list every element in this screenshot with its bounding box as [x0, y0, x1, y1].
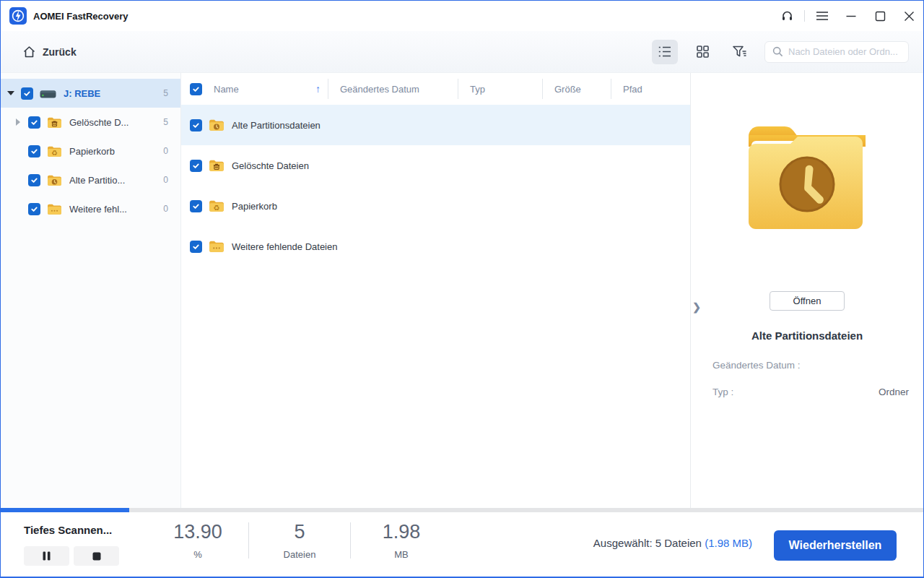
file-row-other-missing-files[interactable]: Weitere fehlende Dateien: [181, 226, 690, 267]
preview-panel: ❯ Öffnen Alte Partitionsda: [690, 73, 923, 508]
sidebar-item-label: Papierkorb: [69, 146, 115, 157]
list-view-button[interactable]: [652, 40, 678, 64]
sidebar-item-label: Alte Partitio...: [69, 175, 125, 186]
sidebar-item-old-partition-files[interactable]: Alte Partitio... 0: [1, 165, 180, 194]
toolbar: Zurück: [1, 31, 923, 73]
sort-ascending-icon[interactable]: ↑: [315, 83, 321, 95]
sidebar-item-count: 0: [163, 146, 168, 156]
folder-recycle-icon: ♻: [209, 199, 225, 212]
svg-text:♻: ♻: [51, 148, 57, 156]
app-title: AOMEI FastRecovery: [33, 11, 128, 22]
minimize-button[interactable]: [837, 1, 866, 31]
pause-scan-button[interactable]: [24, 546, 69, 566]
column-header-modified-date[interactable]: Geändertes Datum: [328, 79, 458, 99]
preview-field-modified-date: Geändertes Datum :: [712, 360, 909, 371]
file-row-name: Weitere fehlende Dateien: [232, 241, 337, 252]
deleted-files-checkbox[interactable]: [28, 116, 40, 129]
sidebar-item-count: 5: [163, 88, 168, 98]
selection-size: (1.98 MB): [705, 537, 752, 549]
other-missing-checkbox[interactable]: [28, 203, 40, 215]
search-input[interactable]: [788, 46, 915, 57]
select-all-checkbox[interactable]: [190, 83, 202, 95]
titlebar: AOMEI FastRecovery: [1, 1, 923, 31]
app-logo-icon: [9, 7, 27, 25]
sidebar-item-other-missing-files[interactable]: Weitere fehl... 0: [1, 194, 180, 223]
sidebar-item-count: 0: [163, 204, 168, 214]
sidebar-tree: J: REBE 5 Gelöschte D... 5: [1, 73, 181, 508]
titlebar-separator: [804, 10, 805, 22]
folder-clock-icon: [47, 174, 62, 186]
stat-percent: 13.90 %: [147, 521, 248, 560]
file-row-name: Gelöschte Dateien: [232, 160, 309, 171]
app-window: AOMEI FastRecovery: [0, 0, 924, 578]
support-headset-icon[interactable]: [772, 1, 801, 31]
search-box[interactable]: [764, 41, 909, 63]
row-checkbox[interactable]: [190, 241, 202, 253]
panel-collapse-chevron-icon[interactable]: ❯: [692, 301, 702, 313]
expander-expand-icon[interactable]: [14, 118, 22, 126]
menu-hamburger-icon[interactable]: [808, 1, 837, 31]
maximize-button[interactable]: [866, 1, 894, 31]
preview-field-type: Typ : Ordner: [712, 387, 909, 397]
column-header-size[interactable]: Größe: [542, 79, 611, 99]
scan-status-label: Tiefes Scannen...: [24, 524, 119, 536]
old-partition-checkbox[interactable]: [28, 174, 40, 186]
folder-clock-icon: [209, 118, 225, 131]
preview-title: Alte Partitionsdateien: [691, 329, 923, 342]
row-checkbox[interactable]: [190, 160, 202, 172]
sidebar-item-drive[interactable]: J: REBE 5: [1, 79, 180, 108]
status-bar: Tiefes Scannen... 13.90 % 5 Dateien: [1, 512, 923, 577]
file-row-recycle-bin[interactable]: ♻ Papierkorb: [181, 186, 690, 226]
expander-collapse-icon[interactable]: [6, 91, 15, 95]
sidebar-item-deleted-files[interactable]: Gelöschte D... 5: [1, 108, 180, 137]
sidebar-item-label: Gelöschte D...: [69, 117, 128, 128]
drive-checkbox[interactable]: [21, 87, 33, 100]
file-list: Name ↑ Geändertes Datum Typ Größe Pfad A…: [181, 73, 690, 508]
open-button[interactable]: Öffnen: [770, 291, 845, 311]
folder-trash-icon: [47, 116, 62, 129]
back-button[interactable]: Zurück: [22, 46, 77, 59]
sidebar-item-recycle-bin[interactable]: ♻ Papierkorb 0: [1, 137, 180, 165]
search-icon: [772, 46, 783, 57]
selection-summary: Ausgewählt: 5 Dateien (1.98 MB): [593, 537, 752, 549]
folder-recycle-icon: ♻: [47, 145, 62, 158]
file-row-deleted-files[interactable]: Gelöschte Dateien: [181, 145, 690, 186]
sidebar-item-count: 5: [163, 117, 168, 127]
stat-size: 1.98 MB: [351, 521, 452, 560]
drive-icon: [40, 88, 56, 99]
recycle-bin-checkbox[interactable]: [28, 145, 40, 158]
list-header: Name ↑ Geändertes Datum Typ Größe Pfad: [181, 73, 690, 105]
stop-scan-button[interactable]: [74, 546, 119, 566]
scan-stats: 13.90 % 5 Dateien 1.98 MB: [147, 521, 452, 560]
filter-button[interactable]: [727, 40, 753, 64]
folder-more-icon: [47, 203, 62, 215]
svg-text:♻: ♻: [214, 204, 220, 212]
close-button[interactable]: [894, 1, 923, 31]
stat-files: 5 Dateien: [249, 521, 350, 560]
column-header-path[interactable]: Pfad: [611, 79, 690, 99]
recover-button[interactable]: Wiederherstellen: [774, 530, 897, 561]
sidebar-item-label: J: REBE: [64, 88, 100, 99]
folder-more-icon: [209, 240, 225, 253]
grid-view-button[interactable]: [689, 40, 715, 64]
file-row-name: Alte Partitionsdateien: [232, 120, 321, 131]
sidebar-item-count: 0: [163, 175, 168, 185]
folder-trash-icon: [209, 159, 225, 172]
column-header-type[interactable]: Typ: [458, 79, 542, 99]
column-header-name[interactable]: Name ↑: [181, 79, 328, 99]
home-icon: [22, 46, 36, 59]
folder-clock-large-icon: [738, 116, 876, 241]
back-button-label: Zurück: [43, 46, 77, 58]
file-row-old-partition-files[interactable]: Alte Partitionsdateien: [181, 105, 690, 145]
row-checkbox[interactable]: [190, 200, 202, 212]
sidebar-item-label: Weitere fehl...: [69, 204, 127, 215]
file-row-name: Papierkorb: [232, 201, 277, 212]
row-checkbox[interactable]: [190, 119, 202, 131]
